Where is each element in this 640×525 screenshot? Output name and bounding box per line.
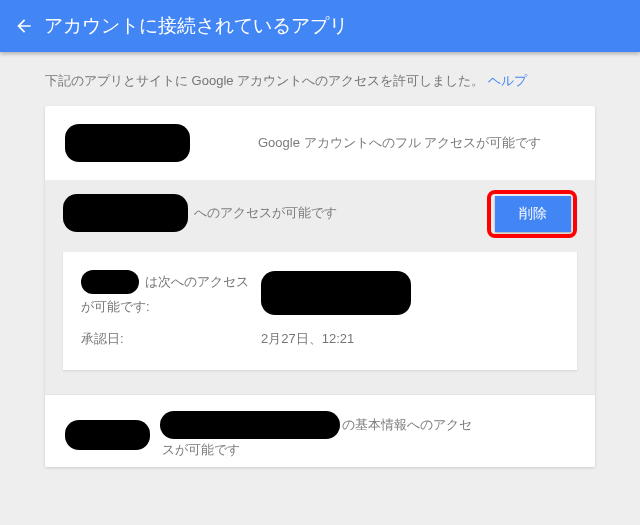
remove-button[interactable]: 削除 <box>495 196 571 232</box>
access-scope-text-2: が可能です: <box>81 298 261 316</box>
page-header: アカウントに接続されているアプリ <box>0 0 640 52</box>
app-row-2-expanded: へのアクセスが可能です 削除 は次へのアクセス が可能です: 承認日: 2月27… <box>45 180 595 394</box>
app-row-3-suffix1: の基本情報へのアクセ <box>342 416 472 434</box>
redacted-scope-value <box>261 271 411 315</box>
app-row-3[interactable]: の基本情報へのアクセ スが可能です <box>45 394 595 467</box>
connected-apps-list: Google アカウントへのフル アクセスが可能です へのアクセスが可能です 削… <box>0 106 640 467</box>
redacted-app-name <box>65 420 150 450</box>
apps-card: Google アカウントへのフル アクセスが可能です へのアクセスが可能です 削… <box>45 106 595 467</box>
app-row-2-header[interactable]: へのアクセスが可能です 削除 <box>63 194 577 246</box>
app-row-3-desc: の基本情報へのアクセ スが可能です <box>160 411 554 459</box>
app-detail-card: は次へのアクセス が可能です: 承認日: 2月27日、12:21 <box>63 252 577 370</box>
intro-description: 下記のアプリとサイトに Google アカウントへのアクセスを許可しました。 <box>45 73 484 88</box>
redacted-text <box>160 411 340 439</box>
app-row-3-suffix2: スが可能です <box>160 441 554 459</box>
access-scope-row: は次へのアクセス が可能です: <box>81 270 559 316</box>
auth-date-label: 承認日: <box>81 330 261 348</box>
redacted-app-name <box>65 124 190 162</box>
auth-date-value: 2月27日、12:21 <box>261 330 354 348</box>
app-row-1[interactable]: Google アカウントへのフル アクセスが可能です <box>45 106 595 180</box>
page-title: アカウントに接続されているアプリ <box>44 13 348 39</box>
auth-date-row: 承認日: 2月27日、12:21 <box>81 330 559 348</box>
app-row-1-desc: Google アカウントへのフル アクセスが可能です <box>208 134 575 152</box>
back-arrow-icon[interactable] <box>14 16 34 36</box>
help-link[interactable]: ヘルプ <box>488 73 527 88</box>
access-scope-label: は次へのアクセス が可能です: <box>81 270 261 316</box>
redacted-text <box>81 270 139 294</box>
intro-text: 下記のアプリとサイトに Google アカウントへのアクセスを許可しました。 ヘ… <box>0 52 640 106</box>
access-scope-text-1: は次へのアクセス <box>145 273 249 291</box>
redacted-app-name <box>63 194 188 232</box>
